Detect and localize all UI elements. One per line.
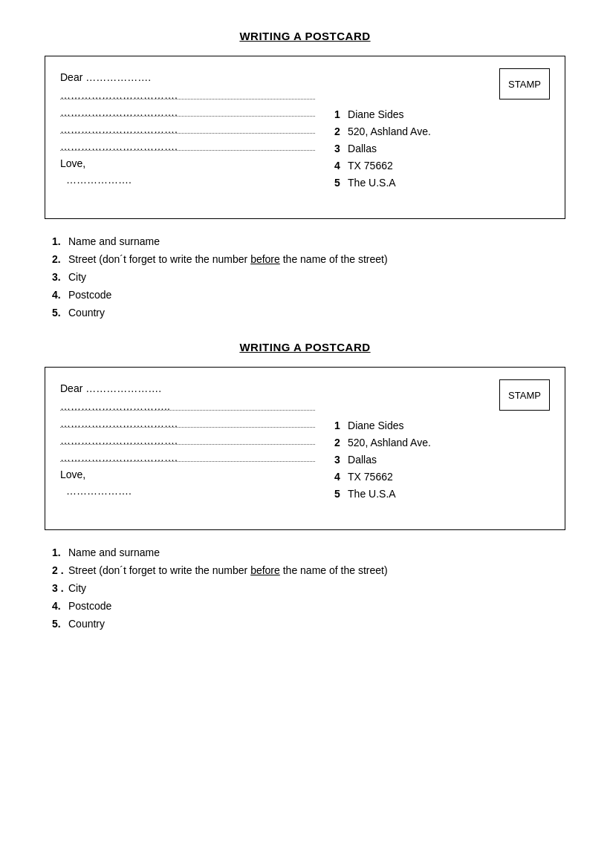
dear-label-2: Dear xyxy=(60,382,82,394)
postcard-2: Dear …………………. ………………………….. ……………………………. … xyxy=(45,367,565,530)
address-num-1-1: 1 xyxy=(334,108,348,120)
inst-num-2-4: 4. xyxy=(52,600,68,612)
dotted-line-1-4: ……………………………. xyxy=(60,140,315,151)
inst-num-2-3: 3 . xyxy=(52,582,68,594)
dear-dots-1: ………………. xyxy=(85,71,151,83)
postcard-2-right: STAMP 1 Diane Sides 2 520, Ashland Ave. … xyxy=(334,379,550,505)
address-num-2-2: 2 xyxy=(334,437,348,448)
inst-num-2-5: 5. xyxy=(52,618,68,630)
address-text-1-2: 520, Ashland Ave. xyxy=(348,125,431,137)
address-row-1-2: 2 520, Ashland Ave. xyxy=(334,125,550,137)
instructions-list-2: 1. Name and surname 2 . Street (don´t fo… xyxy=(52,546,565,630)
stamp-box-1: STAMP xyxy=(499,68,550,99)
section-2: WRITING A POSTCARD Dear …………………. …………………… xyxy=(45,341,565,630)
address-num-2-3: 3 xyxy=(334,454,348,466)
inst-text-1-4: Postcode xyxy=(68,289,111,301)
address-text-2-5: The U.S.A xyxy=(348,488,396,500)
address-num-2-4: 4 xyxy=(334,471,348,483)
postcard-1-left: Dear ………………. ……………………………. ……………………………. …… xyxy=(60,68,315,186)
dear-line-1: Dear ………………. xyxy=(60,71,315,83)
inst-text-2-4: Postcode xyxy=(68,600,111,612)
address-text-1-3: Dallas xyxy=(348,143,377,154)
inst-num-1-3: 3. xyxy=(52,271,68,283)
address-row-2-4: 4 TX 75662 xyxy=(334,471,550,483)
postcard-2-left: Dear …………………. ………………………….. ……………………………. … xyxy=(60,379,315,497)
inst-num-2-2: 2 . xyxy=(52,564,68,576)
inst-num-1-4: 4. xyxy=(52,289,68,301)
address-row-2-1: 1 Diane Sides xyxy=(334,420,550,431)
postcard-1-right: STAMP 1 Diane Sides 2 520, Ashland Ave. … xyxy=(334,68,550,194)
dear-dots-2: …………………. xyxy=(85,382,161,394)
inst-text-2-5: Country xyxy=(68,618,105,630)
instruction-1-5: 5. Country xyxy=(52,307,565,319)
inst-text-1-2: Street (don´t forget to write the number… xyxy=(68,253,388,265)
section-1-title: WRITING A POSTCARD xyxy=(45,30,565,42)
dear-line-2: Dear …………………. xyxy=(60,382,315,394)
instruction-2-2: 2 . Street (don´t forget to write the nu… xyxy=(52,564,565,576)
sign-dots-2: ………………. xyxy=(66,485,132,497)
inst-text-1-1: Name and surname xyxy=(68,235,160,247)
instruction-1-4: 4. Postcode xyxy=(52,289,565,301)
address-text-2-1: Diane Sides xyxy=(348,420,404,431)
dotted-line-2-4: ……………………………. xyxy=(60,451,315,462)
address-row-2-2: 2 520, Ashland Ave. xyxy=(334,437,550,448)
section-1: WRITING A POSTCARD Dear ………………. ……………………… xyxy=(45,30,565,319)
bold-before-1: before xyxy=(250,253,280,265)
instructions-list-1: 1. Name and surname 2. Street (don´t for… xyxy=(52,235,565,319)
dotted-line-1-2: ……………………………. xyxy=(60,106,315,117)
inst-num-1-5: 5. xyxy=(52,307,68,319)
address-num-1-5: 5 xyxy=(334,177,348,189)
address-num-1-2: 2 xyxy=(334,125,348,137)
address-num-1-3: 3 xyxy=(334,143,348,154)
dotted-line-1-3: ……………………………. xyxy=(60,123,315,134)
address-text-2-3: Dallas xyxy=(348,454,377,466)
instruction-2-5: 5. Country xyxy=(52,618,565,630)
inst-text-1-3: City xyxy=(68,271,86,283)
inst-num-1-2: 2. xyxy=(52,253,68,265)
address-text-2-4: TX 75662 xyxy=(348,471,393,483)
instruction-1-2: 2. Street (don´t forget to write the num… xyxy=(52,253,565,265)
instruction-1-3: 3. City xyxy=(52,271,565,283)
bold-before-2: before xyxy=(250,564,280,576)
inst-text-2-3: City xyxy=(68,582,86,594)
dotted-line-2-3: ……………………………. xyxy=(60,434,315,445)
section-2-title: WRITING A POSTCARD xyxy=(45,341,565,353)
sign-dots-1: ………………. xyxy=(66,174,132,186)
address-row-2-3: 3 Dallas xyxy=(334,454,550,466)
address-row-2-5: 5 The U.S.A xyxy=(334,488,550,500)
inst-text-2-1: Name and surname xyxy=(68,546,160,558)
inst-text-2-2: Street (don´t forget to write the number… xyxy=(68,564,388,576)
instruction-1-1: 1. Name and surname xyxy=(52,235,565,247)
address-row-1-3: 3 Dallas xyxy=(334,143,550,154)
address-num-2-5: 5 xyxy=(334,488,348,500)
inst-num-1-1: 1. xyxy=(52,235,68,247)
instruction-2-1: 1. Name and surname xyxy=(52,546,565,558)
sign-area-1: ………………. xyxy=(66,174,315,186)
address-text-1-5: The U.S.A xyxy=(348,177,396,189)
instruction-2-3: 3 . City xyxy=(52,582,565,594)
dotted-line-2-1: ………………………….. xyxy=(60,400,315,411)
address-num-1-4: 4 xyxy=(334,160,348,172)
address-text-1-4: TX 75662 xyxy=(348,160,393,172)
dotted-line-1-1: ……………………………. xyxy=(60,89,315,99)
address-row-1-4: 4 TX 75662 xyxy=(334,160,550,172)
love-line-2: Love, xyxy=(60,469,315,480)
address-text-1-1: Diane Sides xyxy=(348,108,404,120)
sign-area-2: ………………. xyxy=(66,485,315,497)
stamp-box-2: STAMP xyxy=(499,379,550,411)
postcard-1: Dear ………………. ……………………………. ……………………………. …… xyxy=(45,56,565,219)
dotted-line-2-2: ……………………………. xyxy=(60,417,315,428)
love-line-1: Love, xyxy=(60,157,315,169)
address-num-2-1: 1 xyxy=(334,420,348,431)
dear-label-1: Dear xyxy=(60,71,82,83)
address-row-1-5: 5 The U.S.A xyxy=(334,177,550,189)
address-row-1-1: 1 Diane Sides xyxy=(334,108,550,120)
address-text-2-2: 520, Ashland Ave. xyxy=(348,437,431,448)
instruction-2-4: 4. Postcode xyxy=(52,600,565,612)
inst-num-2-1: 1. xyxy=(52,546,68,558)
inst-text-1-5: Country xyxy=(68,307,105,319)
